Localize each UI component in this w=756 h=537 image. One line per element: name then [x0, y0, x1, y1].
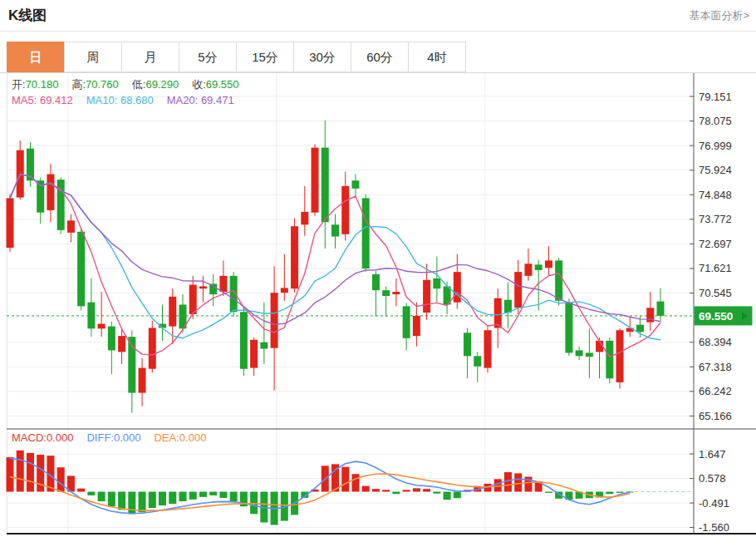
- kline-chart-canvas[interactable]: 79.15178.07576.99975.92474.84873.77272.6…: [0, 73, 756, 537]
- tab-month[interactable]: 月: [121, 42, 179, 72]
- tab-60min[interactable]: 60分: [351, 42, 409, 72]
- grid-lines: [7, 73, 694, 534]
- page-title: K线图: [8, 6, 47, 25]
- ma5-line: [10, 175, 660, 357]
- widget-header: K线图 基本面分析>: [0, 0, 756, 32]
- svg-text:69.550: 69.550: [699, 310, 733, 323]
- svg-text:-1.560: -1.560: [699, 521, 729, 534]
- tab-week[interactable]: 周: [64, 42, 122, 72]
- period-tab-bar: 日周月5分15分30分60分4时: [7, 42, 466, 72]
- tab-4hour[interactable]: 4时: [408, 42, 466, 72]
- fundamental-analysis-link[interactable]: 基本面分析>: [689, 8, 749, 23]
- tab-30min[interactable]: 30分: [293, 42, 351, 72]
- ma10-line: [10, 175, 660, 340]
- macd-histogram: [7, 451, 634, 525]
- svg-text:74.848: 74.848: [699, 189, 732, 201]
- ma20-line: [10, 175, 660, 325]
- svg-text:68.394: 68.394: [699, 336, 732, 348]
- tab-15min[interactable]: 15分: [236, 42, 294, 72]
- svg-text:79.151: 79.151: [699, 91, 732, 103]
- tab-day[interactable]: 日: [7, 42, 65, 72]
- pane-borders: [7, 73, 756, 534]
- tab-5min[interactable]: 5分: [179, 42, 237, 72]
- candlesticks: [7, 121, 665, 413]
- svg-text:78.075: 78.075: [699, 115, 732, 127]
- svg-text:67.318: 67.318: [699, 361, 732, 373]
- svg-text:72.697: 72.697: [699, 238, 732, 250]
- svg-text:0.578: 0.578: [699, 472, 726, 485]
- svg-text:71.621: 71.621: [699, 262, 732, 274]
- svg-text:70.545: 70.545: [699, 287, 732, 299]
- current-price-tag: 69.550: [695, 306, 753, 325]
- svg-text:66.242: 66.242: [699, 385, 732, 397]
- svg-text:76.999: 76.999: [699, 140, 732, 152]
- kline-widget: { "header": { "title": "K线图", "link": "基…: [0, 0, 756, 537]
- svg-text:1.647: 1.647: [699, 448, 726, 461]
- svg-text:-0.491: -0.491: [699, 497, 729, 510]
- svg-text:75.924: 75.924: [699, 164, 732, 176]
- svg-text:65.166: 65.166: [699, 410, 732, 422]
- ma-lines: [10, 175, 660, 357]
- svg-text:73.772: 73.772: [699, 213, 732, 225]
